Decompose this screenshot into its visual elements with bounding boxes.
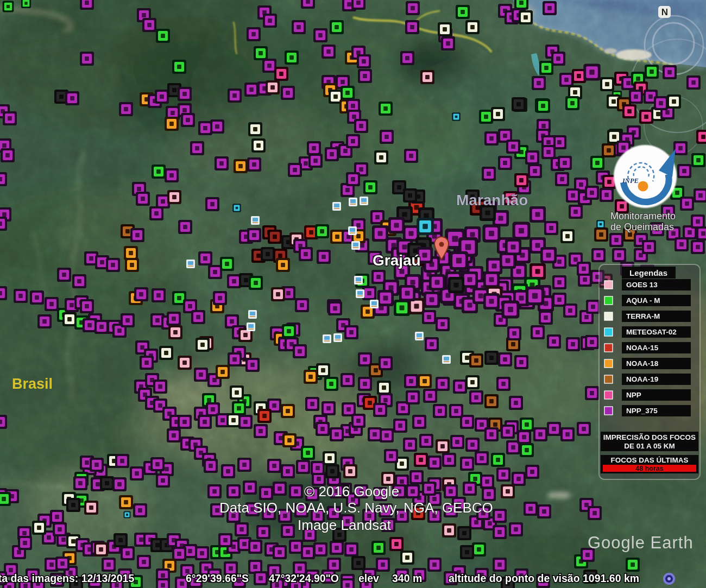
svg-text:elev: elev xyxy=(358,572,379,584)
svg-text:NPP_375: NPP_375 xyxy=(626,407,658,415)
svg-text:Brasil: Brasil xyxy=(12,376,53,392)
svg-text:© 2016 Google: © 2016 Google xyxy=(304,483,399,500)
svg-text:ata das imagens: 12/13/2015: ata das imagens: 12/13/2015 xyxy=(0,572,134,584)
svg-text:47°32'24.90"O: 47°32'24.90"O xyxy=(269,572,339,584)
svg-text:NOAA-18: NOAA-18 xyxy=(626,359,659,368)
svg-text:Grajaú: Grajaú xyxy=(373,252,421,269)
svg-text:48 horas: 48 horas xyxy=(635,465,663,472)
svg-text:Image Landsat: Image Landsat xyxy=(298,517,392,533)
svg-text:GOES 13: GOES 13 xyxy=(626,281,658,289)
svg-text:INPE: INPE xyxy=(622,177,639,185)
svg-text:NOAA-15: NOAA-15 xyxy=(626,344,659,352)
svg-text:IMPRECISÃO DOS FOCOS: IMPRECISÃO DOS FOCOS xyxy=(603,433,696,441)
svg-text:Monitoramento: Monitoramento xyxy=(610,211,676,222)
svg-text:340 m: 340 m xyxy=(392,572,422,584)
svg-text:Maranhão: Maranhão xyxy=(456,192,528,208)
svg-text:FOCOS DAS ÚLTIMAS: FOCOS DAS ÚLTIMAS xyxy=(611,456,689,464)
svg-text:Data SIO, NOAA, U.S. Navy, NGA: Data SIO, NOAA, U.S. Navy, NGA, GEBCO xyxy=(219,500,493,516)
svg-text:Google Earth: Google Earth xyxy=(588,533,694,552)
svg-text:METEOSAT-02: METEOSAT-02 xyxy=(626,328,677,336)
svg-text:DE 01 A 05 KM: DE 01 A 05 KM xyxy=(624,442,675,450)
svg-text:de Queimadas: de Queimadas xyxy=(610,222,674,232)
svg-text:6°29'39.66"S: 6°29'39.66"S xyxy=(186,572,249,584)
svg-text:altitude do ponto de visão 109: altitude do ponto de visão 1091.60 km xyxy=(449,572,639,584)
svg-text:AQUA - M: AQUA - M xyxy=(626,296,660,305)
svg-text:NPP: NPP xyxy=(626,391,641,399)
svg-text:Legendas: Legendas xyxy=(629,268,667,277)
svg-text:NOAA-19: NOAA-19 xyxy=(626,375,658,383)
svg-text:TERRA-M: TERRA-M xyxy=(626,312,660,320)
